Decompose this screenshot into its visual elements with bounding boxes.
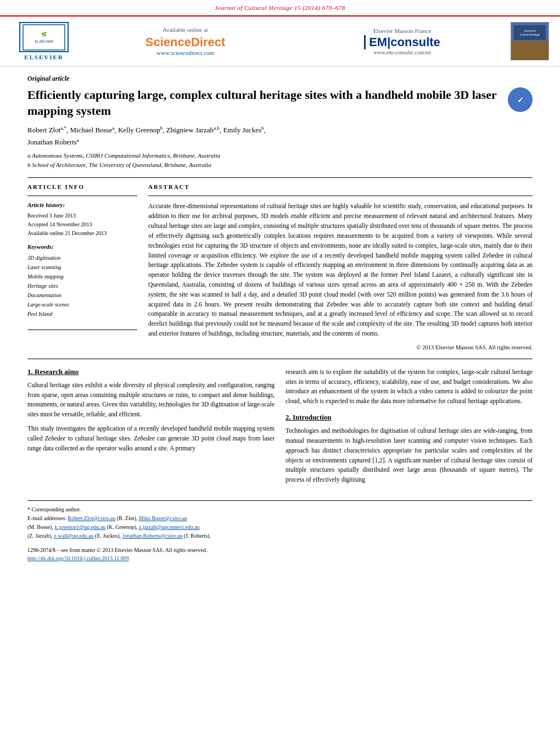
sciencedirect-label: ScienceDirect [145,35,226,49]
email-label: E-mail addresses: [27,515,66,521]
article-info-heading: ARTICLE INFO [27,183,137,190]
keyword-1: 3D digitisation [27,253,137,263]
body-section: 1. Research aims Cultural heritage sites… [27,367,533,489]
keywords-label: Keywords: [27,243,137,250]
received-date: Received 3 June 2013 [27,211,137,220]
issn: 1296-2074/$ – see front matter © 2013 El… [27,546,533,554]
affiliations: a Autonomous Systems, CSIRO Computationa… [27,151,533,169]
article-title: Efficiently capturing large, complex cul… [27,87,533,119]
svg-text:ELSEVIER: ELSEVIER [35,40,53,43]
svg-rect-0 [23,25,65,50]
affiliation-b: b School of Architecture, The University… [27,160,533,170]
footnote-emails: E-mail addresses: Robert.Zlot@csiro.au (… [27,514,533,540]
divider-info-bottom [27,330,137,330]
svg-rect-4 [511,41,548,60]
abstract-panel: ABSTRACT Accurate three-dimensional repr… [148,183,533,350]
email-jarzab[interactable]: z.jarzab@uqconnect.edu.au [139,524,200,530]
section1-title: 1. Research aims [27,367,275,376]
accepted-date: Accepted 14 November 2013 [27,220,137,229]
section2-title: 2. Introduction [285,413,533,422]
available-date: Available online 21 December 2013 [27,229,137,238]
body-two-col: 1. Research aims Cultural heritage sites… [27,367,533,489]
section2-body: Technologies and methodologies for digit… [285,426,533,485]
abstract-text: Accurate three-dimensional representatio… [148,202,533,338]
journal-thumbnail: Journal of Cultural Heritage [511,22,549,60]
footnote-corresponding: * Corresponding author. [27,505,533,514]
sciencedirect-section: Available online at ScienceDirect www.sc… [77,26,294,56]
keyword-4: Heritage sites [27,281,137,291]
journal-title: Journal of Cultural Heritage 15 (2014) 6… [215,4,345,11]
elsevier-logo-box: 🌿 ELSEVIER [19,22,69,52]
body-col-right: research aim is to explore the suitabili… [285,367,533,489]
sciencedirect-url: www.sciencedirect.com [156,49,214,56]
divider-2 [27,359,533,359]
keyword-5: Documentation [27,291,137,300]
abstract-heading: ABSTRACT [148,183,533,190]
keyword-6: Large-scale scenes [27,300,137,309]
email-juckes[interactable]: e.wall@uq.edu.au [54,533,93,539]
divider-abstract [148,196,533,196]
keyword-7: Peel Island [27,309,137,319]
bottom-info: 1296-2074/$ – see front matter © 2013 El… [27,546,533,562]
top-banner: 🌿 ELSEVIER ELSEVIER Available online at … [0,16,560,66]
em-url: www.em-consulte.com/en [373,49,430,55]
keywords-section: Keywords: 3D digitisation Laser scanning… [27,243,137,319]
section1-right-body: research aim is to explore the suitabili… [285,367,533,406]
article-info-abstract: ARTICLE INFO Article history: Received 3… [27,183,533,350]
authors-line: Robert Zlota,*, Michael Bossea, Kelly Gr… [27,124,533,148]
keyword-2: Laser scanning [27,263,137,272]
main-content: Original article Efficiently capturing l… [0,66,560,571]
article-type: Original article [27,75,533,83]
article-info-panel: ARTICLE INFO Article history: Received 3… [27,183,137,350]
email-roberts[interactable]: Jonathan.Roberts@csiro.au [122,533,183,539]
elsevier-logo: 🌿 ELSEVIER ELSEVIER [11,22,77,60]
em-logo: EM|consulte [364,35,440,49]
footnotes: * Corresponding author. E-mail addresses… [27,500,533,562]
em-masson-label: Elsevier Masson France [373,27,432,34]
svg-text:Cultural Heritage: Cultural Heritage [520,34,540,36]
svg-text:🌿: 🌿 [41,31,47,37]
history-label: Article history: [27,202,137,208]
crossmark-badge: ✓ [508,87,533,112]
email-bosse[interactable]: Mike.Bosse@csiro.au [139,515,187,521]
divider-1 [27,177,533,178]
email-greenop[interactable]: k.greenop1@uq.edu.au [54,524,105,530]
keyword-3: Mobile mapping [27,272,137,281]
divider-info [27,196,137,196]
copyright: © 2013 Elsevier Masson SAS. All rights r… [148,344,533,350]
body-col-left: 1. Research aims Cultural heritage sites… [27,367,275,489]
section1-body: Cultural heritage sites exhibit a wide d… [27,381,275,454]
doi: http://dx.doi.org/10.1016/j.culher.2013.… [27,554,533,562]
elsevier-label: ELSEVIER [24,54,64,60]
svg-text:✓: ✓ [517,96,524,104]
affiliation-a: a Autonomous Systems, CSIRO Computationa… [27,151,533,160]
email-zlot[interactable]: Robert.Zlot@csiro.au [68,515,115,521]
svg-text:Journal of: Journal of [524,30,536,32]
journal-header: Journal of Cultural Heritage 15 (2014) 6… [0,0,560,16]
available-text: Available online at [163,26,208,33]
em-consulte-section: Elsevier Masson France EM|consulte www.e… [294,27,511,55]
